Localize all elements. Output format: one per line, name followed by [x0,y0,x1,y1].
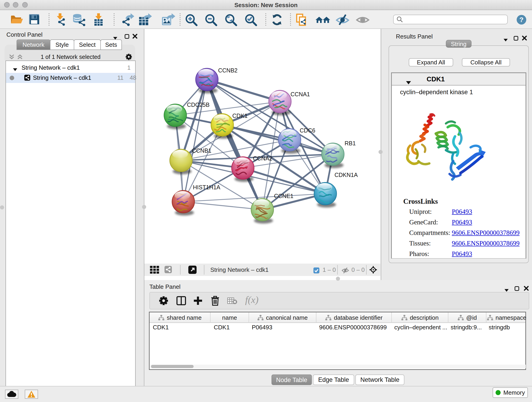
svg-text:HIST1H1A: HIST1H1A [193,184,220,191]
svg-text:CCNB2: CCNB2 [218,67,238,74]
svg-text:CCNA1: CCNA1 [291,91,310,97]
svg-text:CDKN1A: CDKN1A [335,172,358,178]
svg-text:CCNB1: CCNB1 [192,147,211,154]
svg-text:CDC6: CDC6 [300,127,315,134]
svg-text:CDC25B: CDC25B [187,102,210,108]
svg-text:RB1: RB1 [345,140,356,147]
svg-text:?: ? [519,16,524,23]
svg-text:CCNA2: CCNA2 [253,155,272,162]
svg-text:CCNE1: CCNE1 [274,193,293,199]
svg-text:CDK1: CDK1 [232,113,248,119]
